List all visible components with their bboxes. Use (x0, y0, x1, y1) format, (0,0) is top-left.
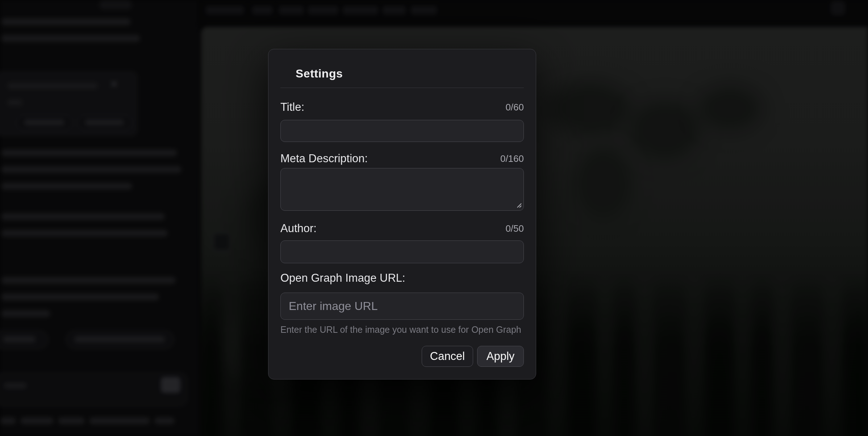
resize-grip-icon[interactable] (515, 201, 522, 208)
cancel-button[interactable]: Cancel (422, 346, 473, 367)
og-image-url-label: Open Graph Image URL: (280, 271, 405, 285)
title-field-row: Title: 0/60 (280, 100, 524, 114)
author-char-counter: 0/50 (505, 222, 524, 235)
app-screen: ✕ (0, 0, 868, 436)
dialog-title: Settings (296, 67, 524, 80)
title-input[interactable] (280, 120, 524, 142)
author-field-row: Author: 0/50 (280, 222, 524, 235)
author-label: Author: (280, 222, 317, 235)
meta-description-field-row: Meta Description: 0/160 (280, 152, 524, 165)
meta-description-wrap (280, 168, 524, 211)
dialog-actions: Cancel Apply (280, 346, 524, 367)
author-input[interactable] (280, 240, 524, 263)
meta-description-label: Meta Description: (280, 152, 368, 165)
og-image-field-row: Open Graph Image URL: (280, 271, 524, 285)
title-char-counter: 0/60 (505, 100, 524, 114)
apply-button[interactable]: Apply (477, 346, 524, 367)
meta-description-char-counter: 0/160 (500, 152, 524, 165)
settings-dialog: Settings Title: 0/60 Meta Description: 0… (268, 49, 536, 380)
title-label: Title: (280, 100, 304, 114)
og-image-helper-text: Enter the URL of the image you want to u… (280, 324, 524, 335)
divider (280, 88, 524, 88)
meta-description-textarea[interactable] (280, 168, 524, 211)
og-image-url-input[interactable] (280, 293, 524, 320)
